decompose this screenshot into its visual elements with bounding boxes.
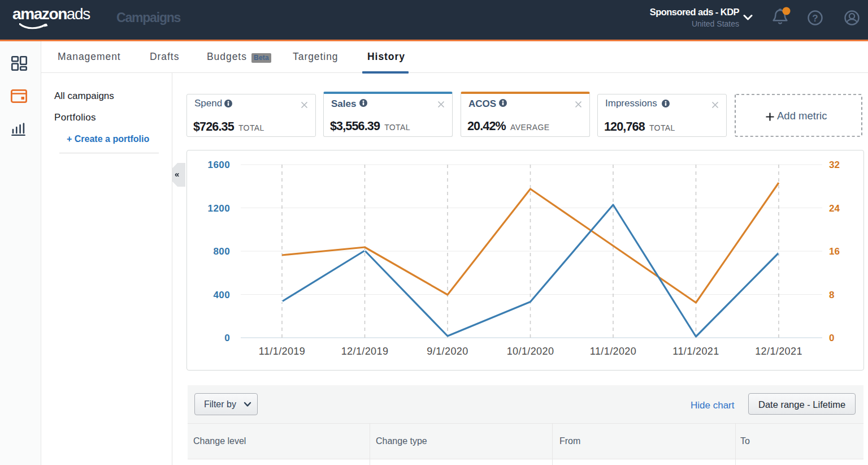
svg-text:400: 400 xyxy=(213,290,230,300)
svg-text:10/1/2020: 10/1/2020 xyxy=(507,346,554,357)
svg-text:11/1/2019: 11/1/2019 xyxy=(259,346,305,357)
svg-text:?: ? xyxy=(812,13,818,24)
svg-text:12/1/2021: 12/1/2021 xyxy=(755,346,802,357)
svg-text:0: 0 xyxy=(829,333,834,343)
svg-text:11/1/2021: 11/1/2021 xyxy=(672,346,719,357)
svg-text:24: 24 xyxy=(829,203,840,214)
svg-text:0: 0 xyxy=(224,333,230,343)
svg-text:16: 16 xyxy=(829,246,840,257)
svg-text:1200: 1200 xyxy=(208,203,230,214)
svg-text:8: 8 xyxy=(829,290,834,300)
svg-text:12/1/2019: 12/1/2019 xyxy=(341,346,389,357)
svg-text:1600: 1600 xyxy=(208,160,230,170)
svg-text:11/1/2020: 11/1/2020 xyxy=(590,346,636,357)
svg-text:32: 32 xyxy=(829,160,840,170)
svg-text:800: 800 xyxy=(213,246,230,257)
svg-text:9/1/2020: 9/1/2020 xyxy=(427,346,468,357)
